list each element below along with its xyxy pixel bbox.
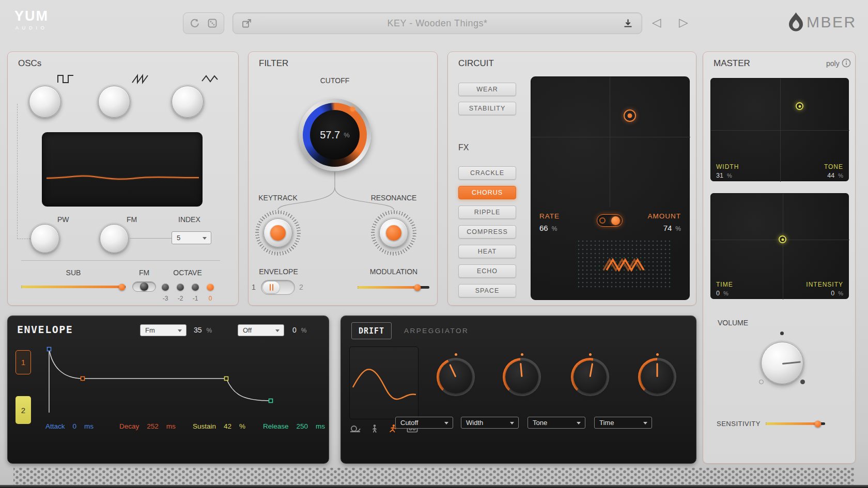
- osc3-wave-knob[interactable]: [172, 86, 204, 118]
- pw-label: PW: [57, 215, 69, 224]
- modulation-slider[interactable]: [358, 286, 429, 289]
- index-select[interactable]: 5: [172, 231, 211, 244]
- volume-knob[interactable]: [761, 342, 803, 384]
- sustain-readout[interactable]: Sustain42%: [193, 422, 245, 430]
- time-intensity-handle[interactable]: [779, 235, 786, 243]
- sub-label: SUB: [21, 269, 126, 277]
- fm-knob[interactable]: [100, 224, 129, 253]
- fx-button-space[interactable]: SPACE: [458, 284, 516, 297]
- save-download-icon[interactable]: [623, 18, 633, 29]
- envelope-option-2[interactable]: 2: [299, 283, 303, 291]
- prev-preset-button[interactable]: ◁: [652, 15, 661, 29]
- randomize-dice-icon[interactable]: [207, 18, 218, 28]
- fx-xy-display[interactable]: RATE 66% AMOUNT 74%: [531, 76, 690, 300]
- time-intensity-pad[interactable]: TIME 0% INTENSITY 0%: [710, 193, 849, 299]
- osc1-wave-knob[interactable]: [29, 86, 61, 118]
- snail-icon[interactable]: [349, 424, 362, 433]
- octave-label: OCTAVE: [157, 269, 219, 277]
- octave-option[interactable]: -3: [159, 295, 172, 302]
- info-icon[interactable]: [842, 58, 851, 68]
- index-value: 5: [177, 234, 180, 242]
- octave-dot-minus2[interactable]: [177, 284, 184, 291]
- export-preset-icon[interactable]: [241, 18, 252, 29]
- envelope-graph[interactable]: [8, 316, 330, 464]
- sensitivity-slider[interactable]: [766, 422, 825, 425]
- saw-wave-icon: [131, 73, 149, 85]
- power-on-icon: [611, 216, 620, 225]
- fx-button-crackle[interactable]: CRACKLE: [458, 166, 516, 180]
- drift-panel: DRIFT ARPEGGIATOR: [340, 316, 696, 464]
- drift-knob-3[interactable]: [571, 358, 609, 396]
- pad-crosshair-h: [711, 130, 849, 131]
- drift-target-select-4[interactable]: Time: [594, 417, 652, 429]
- octave-dot-minus1[interactable]: [192, 284, 199, 291]
- drift-wave-display: [349, 347, 419, 419]
- sub-slider[interactable]: [21, 286, 126, 288]
- drift-target-select-3[interactable]: Tone: [528, 417, 585, 429]
- octave-option[interactable]: -2: [174, 295, 187, 302]
- voice-mode-selector[interactable]: poly: [826, 59, 840, 68]
- intensity-label: INTENSITY: [806, 281, 843, 288]
- fx-button-chorus[interactable]: CHORUS: [458, 186, 516, 199]
- drift-knob-1[interactable]: [437, 358, 475, 396]
- slider-handle[interactable]: [815, 420, 822, 427]
- circuit-panel: CIRCUIT WEAR STABILITY FX CRACKLE CHORUS…: [447, 52, 696, 306]
- fm-toggle-handle[interactable]: [140, 282, 148, 291]
- fx-button-echo[interactable]: ECHO: [458, 264, 516, 278]
- knob-value-dot: [656, 353, 659, 356]
- oscs-panel: OSCs PW FM INDEX 5 S: [7, 52, 239, 306]
- stability-button[interactable]: STABILITY: [458, 102, 516, 115]
- octave-option[interactable]: -1: [189, 295, 202, 302]
- fx-xy-handle[interactable]: [624, 109, 636, 122]
- fx-button-heat[interactable]: HEAT: [458, 245, 516, 258]
- tab-drift[interactable]: DRIFT: [351, 322, 392, 339]
- release-readout[interactable]: Release250ms: [263, 422, 325, 430]
- preset-name[interactable]: KEY - Wooden Things*: [387, 18, 487, 29]
- envelope-switch-handle[interactable]: [263, 281, 280, 293]
- triangle-wave-icon: [201, 73, 219, 85]
- filter-envelope-switch[interactable]: [261, 280, 295, 295]
- undo-icon[interactable]: [190, 18, 200, 28]
- drift-knob-2[interactable]: [503, 358, 541, 396]
- master-title: MASTER: [714, 58, 750, 69]
- chorus-wave-logo: [600, 256, 647, 274]
- width-tone-handle[interactable]: [796, 102, 803, 110]
- octave-dot-zero[interactable]: [207, 284, 214, 291]
- decay-readout[interactable]: Decay252ms: [119, 422, 176, 430]
- walker-icon[interactable]: [369, 424, 380, 433]
- resonance-knob[interactable]: [371, 210, 416, 256]
- envelope-option-1[interactable]: 1: [252, 283, 256, 291]
- drift-target-select-1[interactable]: Cutoff: [395, 417, 453, 429]
- attack-readout[interactable]: Attack0ms: [45, 422, 94, 430]
- rate-label: RATE: [539, 212, 560, 220]
- intensity-value: 0%: [831, 290, 843, 297]
- wear-button[interactable]: WEAR: [458, 83, 516, 96]
- next-preset-button[interactable]: ▷: [679, 15, 688, 29]
- keytrack-knob[interactable]: [255, 210, 301, 256]
- slider-handle[interactable]: [119, 284, 126, 290]
- preset-browser[interactable]: KEY - Wooden Things*: [233, 12, 642, 34]
- fx-button-compress[interactable]: COMPRESS: [458, 225, 516, 239]
- slider-handle[interactable]: [414, 284, 421, 291]
- amount-value: 74%: [663, 224, 681, 232]
- drift-knob-4[interactable]: [638, 358, 676, 396]
- fx-section-label: FX: [458, 143, 469, 152]
- octave-dot-minus3[interactable]: [162, 284, 169, 291]
- index-label: INDEX: [178, 215, 200, 224]
- fx-button-ripple[interactable]: RIPPLE: [458, 206, 516, 219]
- pad-crosshair-v: [783, 194, 783, 300]
- drift-target-select-2[interactable]: Width: [461, 417, 519, 429]
- cutoff-knob[interactable]: 57.7 %: [299, 99, 371, 171]
- octave-option[interactable]: 0: [204, 295, 216, 302]
- divider-line: [21, 260, 220, 261]
- pw-knob[interactable]: [30, 224, 59, 253]
- osc2-wave-knob[interactable]: [98, 86, 130, 118]
- fx-power-toggle[interactable]: [597, 214, 623, 227]
- volume-needle: [782, 361, 801, 365]
- fm-toggle[interactable]: [132, 281, 156, 292]
- volume-top-dot: [780, 332, 784, 335]
- flame-icon: [787, 12, 804, 33]
- pulse-wave-icon: [57, 73, 74, 85]
- tab-arpeggiator[interactable]: ARPEGGIATOR: [404, 327, 469, 335]
- width-tone-pad[interactable]: WIDTH 31% TONE 44%: [710, 78, 849, 181]
